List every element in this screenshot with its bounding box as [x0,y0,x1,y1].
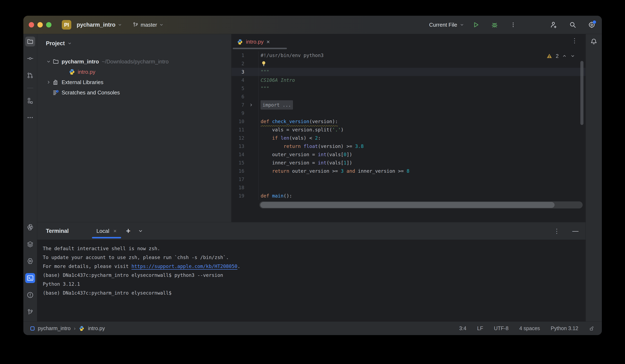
encoding-widget[interactable]: UTF-8 [494,325,509,331]
line-number[interactable]: 2 [231,60,244,68]
version-control-tool-button[interactable] [25,307,35,317]
line-number[interactable]: 7 [231,101,244,109]
code-token: (vals) < [289,134,315,142]
chevron-down-icon[interactable] [46,59,51,64]
line-number[interactable]: 16 [231,167,244,175]
code-line-3[interactable]: 3""" [231,68,586,76]
hide-terminal-icon[interactable]: — [572,227,578,235]
line-number[interactable]: 19 [231,192,244,200]
terminal-tool-button[interactable] [25,273,35,283]
line-number[interactable]: 10 [231,117,244,126]
structure-tool-button[interactable] [25,96,35,106]
terminal-tab-local[interactable]: Local × [95,222,118,240]
line-number[interactable]: 6 [231,92,244,101]
line-number[interactable]: 11 [231,126,244,134]
settings-button[interactable] [587,20,596,30]
code-line-15[interactable]: 15 inner_version = int(vals[1]) [231,159,586,167]
terminal-options-icon[interactable]: ⋮ [554,227,560,235]
code-line-12[interactable]: 12 if len(vals) < 2: [231,134,586,142]
line-number[interactable]: 17 [231,175,244,183]
python-packages-tool-button[interactable] [25,239,35,249]
code-with-me-button[interactable] [549,20,559,30]
horizontal-scrollbar[interactable] [259,201,583,209]
notifications-tool-button[interactable] [589,36,599,46]
code-line-5[interactable]: 5""" [231,84,586,92]
indent-widget[interactable]: 4 spaces [519,325,540,331]
line-number[interactable]: 15 [231,159,244,167]
tree-item-scratches-and-consoles[interactable]: Scratches and Consoles [37,87,231,98]
line-number[interactable]: 18 [231,183,244,192]
code-line-4[interactable]: 4CS106A Intro [231,76,586,84]
code-line-1[interactable]: 1#!/usr/bin/env python3 [231,51,586,60]
tree-item-external-libraries[interactable]: External Libraries [37,77,231,87]
code-line-10[interactable]: 10def check_version(version): [231,117,586,126]
line-number[interactable]: 1 [231,51,244,60]
tree-item-intro-py[interactable]: intro.py [37,67,231,77]
code-line-7[interactable]: 7import ... [231,101,586,109]
fold-chevron-icon[interactable] [249,103,253,107]
code-line-18[interactable]: 18 [231,183,586,192]
debug-button[interactable] [490,20,499,30]
line-number[interactable]: 12 [231,134,244,142]
code-line-2[interactable]: 2 [231,60,586,68]
services-tool-button[interactable] [25,256,35,266]
code-line-11[interactable]: 11 vals = version.split('.') [231,126,586,134]
code-line-9[interactable]: 9 [231,109,586,117]
layers-icon [27,241,34,248]
next-warning-icon[interactable] [570,54,575,59]
run-button[interactable] [471,20,481,30]
code-line-6[interactable]: 6 [231,92,586,101]
line-number[interactable]: 5 [231,84,244,92]
code-lines: 1#!/usr/bin/env python323"""4CS106A Intr… [231,51,586,200]
previous-warning-icon[interactable] [562,54,567,59]
lightbulb-icon[interactable] [261,61,267,67]
more-tool-windows-button[interactable] [25,113,35,122]
line-separator-widget[interactable]: LF [477,325,483,331]
branch-selector[interactable]: master [130,22,166,28]
pull-requests-tool-button[interactable] [25,70,35,80]
caret-position-widget[interactable]: 3:4 [459,325,467,331]
code-editor-area[interactable]: 1#!/usr/bin/env python323"""4CS106A Intr… [231,50,586,222]
unlocked-icon[interactable] [589,326,594,331]
more-actions-button[interactable] [508,20,518,30]
code-line-14[interactable]: 14 outer_version = int(vals[0]) [231,151,586,159]
terminal-output[interactable]: The default interactive shell is now zsh… [37,240,586,321]
search-everywhere-button[interactable] [568,20,577,30]
code-line-16[interactable]: 16 return outer_version >= 3 and inner_v… [231,167,586,175]
editor-tab-intro-py[interactable]: intro.py × [231,34,274,50]
close-window-button[interactable] [29,22,34,28]
line-number[interactable]: 4 [231,76,244,84]
problems-tool-button[interactable] [25,290,35,300]
python-console-tool-button[interactable] [25,222,35,232]
python-interpreter-widget[interactable]: Python 3.12 [551,325,578,331]
close-terminal-tab-icon[interactable]: × [114,228,117,234]
line-number[interactable]: 13 [231,142,244,151]
close-tab-icon[interactable]: × [266,39,270,45]
run-configuration-selector[interactable]: Current File [429,22,464,28]
code-token [261,134,272,142]
commit-tool-button[interactable] [25,54,35,63]
code-line-19[interactable]: 19def main(): [231,192,586,200]
horizontal-scrollbar-thumb[interactable] [260,202,555,208]
line-number[interactable]: 14 [231,151,244,159]
code-line-13[interactable]: 13 return float(version) >= 3.8 [231,142,586,151]
maximize-window-button[interactable] [46,22,52,28]
line-number[interactable]: 3 [231,68,244,76]
project-selector[interactable]: pycharm_intro [71,22,124,28]
project-panel-header[interactable]: Project [37,38,231,49]
tree-item-pycharm-intro[interactable]: pycharm_intro~/Downloads/pycharm_intro [37,56,231,67]
branch-name: master [141,22,157,28]
chevron-right-icon[interactable] [46,80,51,85]
terminal-tab-list-icon[interactable] [138,228,143,234]
minimize-window-button[interactable] [37,22,43,28]
project-tool-button[interactable] [25,36,35,46]
vertical-scrollbar[interactable] [580,61,583,125]
editor-options-icon[interactable]: ⋮ [571,37,578,44]
terminal-link[interactable]: https://support.apple.com/kb/HT208050 [131,264,237,269]
new-terminal-tab-icon[interactable]: + [126,227,130,235]
breadcrumb-file[interactable]: intro.py [88,325,105,331]
breadcrumb-project[interactable]: pycharm_intro [38,325,70,331]
inspections-widget[interactable]: 2 [546,53,575,59]
code-line-17[interactable]: 17 [231,175,586,183]
line-number[interactable]: 9 [231,109,244,117]
